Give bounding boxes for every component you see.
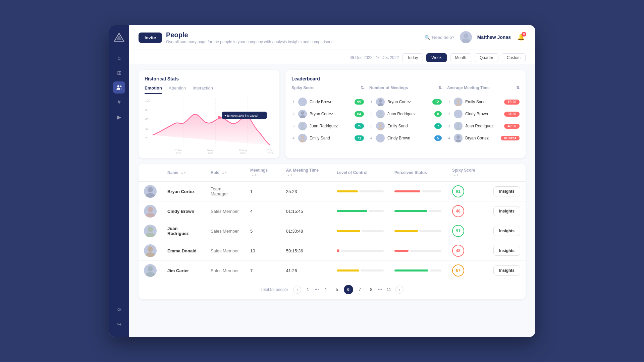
insights-button[interactable]: Insights — [493, 265, 520, 276]
lb-col-spiky: Spiky Score ⇅ 1 Cindy Brown 99 — [291, 85, 364, 144]
pagination: Total 59 people ‹ 1 ••• 4 5 6 7 8 ••• 11… — [139, 280, 526, 299]
sidebar-item-hashtag[interactable]: # — [113, 96, 125, 108]
svg-text:2023: 2023 — [267, 152, 273, 155]
insights-button[interactable]: Insights — [493, 226, 520, 236]
sidebar-item-settings[interactable]: ⚙ — [113, 303, 125, 315]
tab-emotion[interactable]: Emotion — [145, 85, 162, 94]
lb-avatar — [298, 98, 307, 106]
page-1[interactable]: 1 — [303, 285, 313, 294]
pagination-next[interactable]: › — [395, 286, 404, 294]
insights-button[interactable]: Insights — [493, 186, 520, 196]
leaderboard-title: Leaderboard — [291, 76, 520, 81]
app-logo[interactable] — [113, 32, 125, 44]
th-name[interactable]: Name ▲▼ — [162, 164, 205, 182]
lb-avatar — [376, 110, 385, 118]
td-insights: Insights — [488, 182, 526, 201]
list-item: 2 Bryan Cortez 84 — [291, 108, 364, 120]
lb-spiky-sort[interactable]: ⇅ — [361, 85, 364, 90]
page-title: People — [166, 31, 334, 39]
lb-spiky-header: Spiky Score — [291, 85, 315, 90]
svg-point-46 — [455, 127, 461, 130]
svg-text:20 Mar: 20 Mar — [174, 149, 182, 152]
help-label: Need help? — [432, 35, 454, 40]
emotion-chart: 100 80 60 40 20 — [145, 98, 273, 152]
svg-point-3 — [120, 85, 122, 87]
td-loc — [331, 241, 389, 261]
insights-button[interactable]: Insights — [493, 246, 520, 256]
th-loc: Level of Control — [331, 164, 389, 182]
svg-text:60: 60 — [145, 118, 149, 121]
search-icon: 🔍 — [425, 35, 430, 40]
td-insights: Insights — [488, 241, 526, 261]
td-role: Team Manager — [205, 182, 245, 201]
svg-point-34 — [378, 103, 383, 106]
th-avatar — [139, 164, 162, 182]
page-6[interactable]: 6 — [344, 285, 353, 294]
pagination-prev[interactable]: ‹ — [293, 286, 301, 294]
sidebar-item-logout[interactable]: ↪ — [113, 318, 125, 330]
filter-week[interactable]: Week — [426, 53, 446, 62]
person-avatar — [144, 264, 157, 277]
invite-button[interactable]: Invite — [139, 33, 162, 43]
list-item: 4 Cindy Brown 5 — [369, 132, 442, 144]
filter-quarter[interactable]: Quarter — [475, 53, 498, 62]
notification-count: 9 — [522, 32, 526, 37]
tab-interaction[interactable]: Interaction — [193, 85, 213, 94]
td-ps — [389, 221, 447, 241]
td-loc — [331, 182, 389, 201]
td-avg-time: 01:30:48 — [281, 221, 331, 241]
lb-avatar — [376, 134, 385, 142]
td-avg-time: 01:15:45 — [281, 201, 331, 221]
sidebar-item-home[interactable]: ⌂ — [113, 52, 125, 64]
th-meetings[interactable]: Meetings ▲▼ — [245, 164, 281, 182]
lb-avatar — [454, 98, 463, 106]
td-insights: Insights — [488, 261, 526, 281]
sidebar-item-grid[interactable]: ⊞ — [113, 67, 125, 79]
svg-point-50 — [146, 193, 155, 198]
svg-point-2 — [117, 85, 119, 87]
sidebar-item-play[interactable]: ▶ — [113, 111, 125, 123]
lb-avatar — [454, 134, 463, 142]
page-4[interactable]: 4 — [321, 285, 330, 294]
svg-point-31 — [301, 135, 304, 139]
help-search[interactable]: 🔍 Need help? — [425, 35, 454, 40]
lb-col-meetings: Number of Meetings ⇅ 1 Bryan Cortez 12 — [369, 85, 442, 144]
lb-avgtime-sort[interactable]: ⇅ — [516, 85, 520, 90]
person-avatar — [144, 205, 157, 218]
th-avg-time[interactable]: Av. Meeting Time ▲▼ — [281, 164, 331, 182]
filter-month[interactable]: Month — [450, 53, 471, 62]
filter-custom[interactable]: Custom — [502, 53, 526, 62]
td-meetings: 4 — [245, 201, 281, 221]
insights-button[interactable]: Insights — [493, 206, 520, 216]
svg-point-54 — [146, 233, 155, 237]
svg-text:20: 20 — [145, 136, 149, 140]
td-meetings: 7 — [245, 261, 281, 281]
list-item: 1 Bryan Cortez 12 — [369, 96, 442, 108]
td-avg-time: 41:26 — [281, 261, 331, 281]
header-right: 🔍 Need help? Matthew Jonas 🔔 9 — [425, 31, 526, 43]
filter-today[interactable]: Today — [402, 53, 423, 62]
th-insights — [488, 164, 526, 182]
lb-meetings-sort[interactable]: ⇅ — [438, 85, 442, 90]
notification-bell[interactable]: 🔔 9 — [516, 33, 526, 42]
td-score: 48 — [447, 201, 488, 221]
svg-point-27 — [301, 111, 304, 115]
lb-avatar — [376, 122, 385, 130]
td-score: 91 — [447, 221, 488, 241]
page-7[interactable]: 7 — [355, 285, 365, 294]
sidebar: ⌂ ⊞ # ▶ ⚙ ↪ — [109, 25, 129, 337]
svg-point-26 — [300, 103, 305, 106]
td-ps — [389, 241, 447, 261]
page-8[interactable]: 8 — [367, 285, 376, 294]
page-5[interactable]: 5 — [332, 285, 342, 294]
th-role[interactable]: Role ▲▼ — [205, 164, 245, 182]
td-role: Sales Member — [205, 201, 245, 221]
svg-point-57 — [148, 266, 153, 272]
svg-point-52 — [146, 213, 155, 218]
sidebar-item-people[interactable] — [113, 81, 125, 94]
person-avatar — [144, 185, 157, 198]
page-11[interactable]: 11 — [384, 285, 393, 294]
th-score[interactable]: Spiky Score ▲▼ — [447, 164, 488, 182]
person-avatar — [144, 244, 157, 257]
tab-attention[interactable]: Attention — [169, 85, 186, 94]
